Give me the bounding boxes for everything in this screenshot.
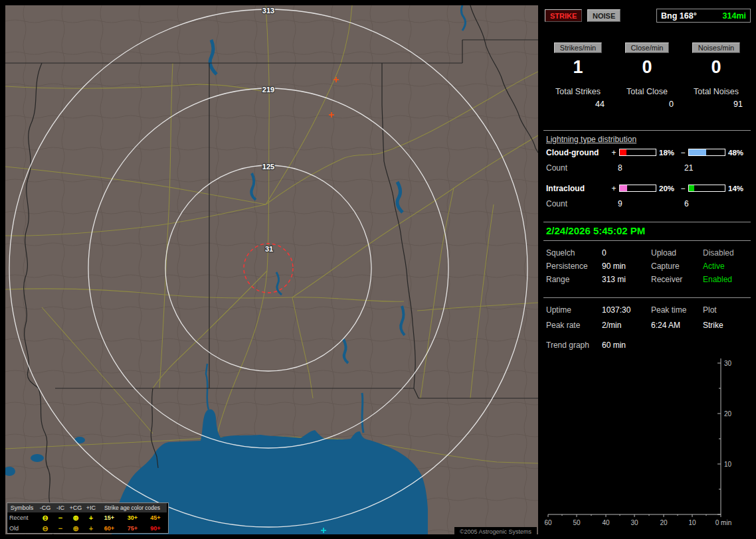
noises-per-min-button[interactable]: Noises/min <box>692 42 740 53</box>
status-grid: Uptime 1037:30 Peak time Plot Peak rate … <box>543 305 751 336</box>
total-close-value: 0 <box>669 100 682 109</box>
squelch-label: Squelch <box>546 248 602 262</box>
peak-rate-value: 2/min <box>602 321 651 336</box>
strike-toggle-button[interactable]: STRIKE <box>545 9 582 22</box>
age-code: 60+ <box>98 525 121 532</box>
upload-label: Upload <box>651 248 703 262</box>
cg-negative-bar <box>688 149 725 156</box>
map-view[interactable]: 313 219 125 31 Symbols -CG -IC +CG +IC S… <box>5 5 538 534</box>
ic-count-row: Count 9 6 <box>543 199 751 208</box>
y-tick-label: 10 <box>724 461 732 468</box>
legend-col-neg-ic: -IC <box>54 503 67 512</box>
capture-label: Capture <box>651 262 703 275</box>
bar-fill <box>620 185 627 191</box>
y-tick-label: 30 <box>724 360 732 367</box>
cloud-ground-row: Cloud-ground + 18% − 48% <box>543 147 751 157</box>
close-per-min-value: 0 <box>642 58 652 76</box>
neg-cg-symbol: ⊖ <box>37 525 54 532</box>
x-tick-label: 40 <box>602 519 610 526</box>
total-values: 44 0 91 <box>543 100 751 109</box>
range-ring-label: 125 <box>262 163 274 171</box>
y-tick-label: 20 <box>724 410 732 418</box>
rate-values: 1 0 0 <box>543 58 751 76</box>
legend-row-old-label: Old <box>7 525 37 532</box>
trend-graph: 30 20 10 60 50 40 30 20 10 0 min <box>543 352 751 534</box>
legend-symbols-header: Symbols <box>7 503 37 512</box>
cg-positive-count: 8 <box>610 163 676 173</box>
lightning-map[interactable]: 313 219 125 31 <box>5 5 538 534</box>
trend-graph-plot: 30 20 10 60 50 40 30 20 10 0 min <box>543 352 751 534</box>
noises-per-min-value: 0 <box>711 58 721 76</box>
panel-toolbar: STRIKE NOISE Bng 168° 314mi <box>543 9 751 24</box>
age-code: 30+ <box>121 514 144 521</box>
range-value: 313 mi <box>602 275 651 288</box>
persistence-value: 90 min <box>602 262 651 275</box>
noise-toggle-button[interactable]: NOISE <box>587 9 620 22</box>
receiver-status: Enabled <box>703 275 751 288</box>
close-per-min-button[interactable]: Close/min <box>625 42 670 53</box>
status-panel: STRIKE NOISE Bng 168° 314mi Strikes/min … <box>543 5 751 534</box>
total-strikes-value: 44 <box>595 100 613 109</box>
divider <box>543 240 751 241</box>
pos-ic-symbol: + <box>84 514 98 522</box>
range-ring-label: 31 <box>265 245 273 253</box>
range-ring-label: 219 <box>262 86 274 94</box>
minus-sign: − <box>679 184 687 193</box>
strikes-per-min-value: 1 <box>573 58 583 76</box>
x-tick-label: 50 <box>573 519 581 526</box>
capture-status: Active <box>703 262 751 275</box>
upload-status: Disabled <box>703 248 751 262</box>
age-code: 15+ <box>98 514 121 521</box>
legend-age-header: Strike age color codes <box>98 503 167 512</box>
ic-positive-count: 9 <box>610 199 676 208</box>
trend-graph-axes <box>548 358 721 517</box>
bar-fill <box>689 185 694 191</box>
plus-sign: + <box>610 148 618 157</box>
trend-graph-tick-labels: 30 20 10 60 50 40 30 20 10 0 min <box>544 360 731 526</box>
legend-col-neg-cg: -CG <box>37 503 54 512</box>
strikes-per-min-button[interactable]: Strikes/min <box>554 42 602 53</box>
minus-sign: − <box>679 148 687 157</box>
age-code: 45+ <box>144 514 167 521</box>
plot-mode-value: Strike <box>703 321 751 336</box>
peak-rate-label: Peak rate <box>546 321 602 336</box>
cg-negative-count: 21 <box>676 163 743 173</box>
bar-fill <box>620 149 626 155</box>
map-legend: Symbols -CG -IC +CG +IC Strike age color… <box>7 502 169 534</box>
bearing-distance: 314mi <box>723 11 746 21</box>
total-noises-value: 91 <box>733 100 751 109</box>
origin-tick-label: 0 min <box>715 519 731 526</box>
neg-cg-symbol: ⊖ <box>37 514 54 522</box>
ic-positive-pct: 20% <box>658 185 679 193</box>
pos-cg-symbol: ⊕ <box>67 514 84 522</box>
persistence-label: Persistence <box>546 262 602 275</box>
cloud-ground-label: Cloud-ground <box>546 148 610 157</box>
pos-ic-symbol: + <box>84 525 98 532</box>
bearing-label: Bng 168° <box>661 11 697 21</box>
neg-ic-symbol: − <box>54 514 67 522</box>
legend-col-pos-ic: +IC <box>84 503 98 512</box>
range-label: Range <box>546 275 602 288</box>
divider <box>543 297 751 298</box>
divider <box>543 222 751 222</box>
copyright-text: ©2005 Astrogenic Systems <box>454 527 537 536</box>
legend-col-pos-cg: +CG <box>67 503 84 512</box>
datetime-display: 2/24/2026 5:45:02 PM <box>546 225 753 236</box>
x-tick-label: 60 <box>544 519 552 526</box>
distribution-title: Lightning type distribution <box>546 135 753 144</box>
peak-time-label: Peak time <box>651 305 703 321</box>
rate-headers: Strikes/min Close/min Noises/min <box>543 42 751 53</box>
intracloud-row: Intracloud + 20% − 14% <box>543 183 751 193</box>
total-strikes-label: Total Strikes <box>555 87 601 96</box>
cg-negative-pct: 48% <box>727 149 748 157</box>
plus-sign: + <box>610 184 618 193</box>
bar-fill <box>689 149 706 155</box>
ic-positive-bar <box>619 185 656 192</box>
x-tick-label: 30 <box>630 519 638 526</box>
pos-cg-symbol: ⊕ <box>67 525 84 532</box>
ic-negative-pct: 14% <box>727 185 748 193</box>
total-labels: Total Strikes Total Close Total Noises <box>543 87 751 96</box>
neg-ic-symbol: − <box>54 525 67 532</box>
settings-grid: Squelch 0 Upload Disabled Persistence 90… <box>543 248 751 288</box>
x-tick-label: 20 <box>660 519 668 526</box>
